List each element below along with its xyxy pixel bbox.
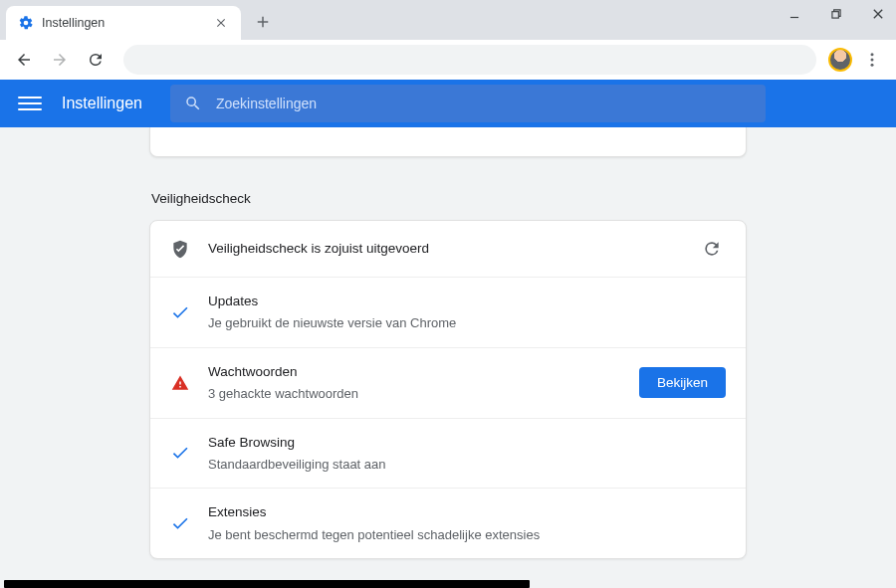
- safebrowsing-row: Safe Browsing Standaardbeveiliging staat…: [150, 418, 746, 489]
- restore-button[interactable]: [826, 4, 846, 24]
- reload-button[interactable]: [80, 44, 112, 76]
- browser-tabstrip: Instellingen: [0, 0, 896, 40]
- back-button[interactable]: [8, 44, 40, 76]
- hamburger-icon[interactable]: [18, 92, 42, 115]
- passwords-row: Wachtwoorden 3 gehackte wachtwoorden Bek…: [150, 347, 746, 418]
- svg-point-1: [871, 53, 874, 56]
- window-close-button[interactable]: [868, 4, 888, 24]
- passwords-sub: 3 gehackte wachtwoorden: [208, 384, 621, 404]
- gear-icon: [18, 15, 34, 31]
- settings-search[interactable]: [170, 85, 766, 122]
- previous-card-tail: [149, 127, 747, 157]
- safety-status-row: Veiligheidscheck is zojuist uitgevoerd: [150, 221, 746, 277]
- page-title: Instellingen: [62, 95, 142, 112]
- browser-toolbar: [0, 40, 896, 80]
- check-icon: [170, 302, 190, 322]
- tab-title: Instellingen: [42, 16, 205, 30]
- warning-icon: [170, 374, 190, 392]
- safebrowsing-sub: Standaardbeveiliging staat aan: [208, 455, 726, 475]
- extensions-title: Extensies: [208, 502, 726, 522]
- check-icon: [170, 513, 190, 533]
- svg-point-2: [871, 59, 874, 62]
- bottom-strip: [4, 580, 530, 588]
- check-icon: [170, 443, 190, 463]
- shield-check-icon: [170, 239, 190, 259]
- close-icon[interactable]: [213, 15, 229, 31]
- search-input[interactable]: [216, 96, 752, 111]
- updates-sub: Je gebruikt de nieuwste versie van Chrom…: [208, 313, 726, 333]
- search-icon: [184, 95, 202, 112]
- section-title-safety: Veiligheidscheck: [151, 191, 747, 206]
- content-area: Veiligheidscheck Veiligheidscheck is zoj…: [0, 127, 896, 588]
- safety-status-text: Veiligheidscheck is zojuist uitgevoerd: [208, 239, 680, 259]
- view-passwords-button[interactable]: Bekijken: [639, 367, 726, 398]
- window-controls: [784, 4, 888, 24]
- updates-title: Updates: [208, 292, 726, 311]
- minimize-button[interactable]: [784, 4, 804, 24]
- updates-row: Updates Je gebruikt de nieuwste versie v…: [150, 277, 746, 347]
- safety-check-card: Veiligheidscheck is zojuist uitgevoerd U…: [149, 220, 747, 559]
- profile-avatar[interactable]: [828, 48, 852, 72]
- svg-rect-0: [832, 12, 838, 18]
- extensions-sub: Je bent beschermd tegen potentieel schad…: [208, 525, 726, 545]
- safebrowsing-title: Safe Browsing: [208, 433, 726, 453]
- active-tab[interactable]: Instellingen: [6, 6, 241, 40]
- extensions-row: Extensies Je bent beschermd tegen potent…: [150, 488, 746, 558]
- rerun-safety-button[interactable]: [698, 235, 726, 263]
- kebab-menu-icon[interactable]: [856, 44, 888, 76]
- svg-point-3: [871, 64, 874, 67]
- passwords-title: Wachtwoorden: [208, 362, 621, 382]
- new-tab-button[interactable]: [249, 8, 277, 36]
- settings-header: Instellingen: [0, 80, 896, 127]
- omnibox[interactable]: [123, 45, 816, 75]
- forward-button[interactable]: [44, 44, 76, 76]
